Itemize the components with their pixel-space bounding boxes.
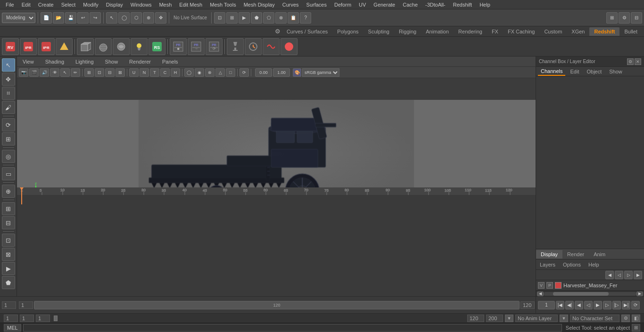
scroll-left-btn[interactable]: ◀ — [537, 292, 544, 296]
transform-btn[interactable]: ⊕ — [143, 12, 154, 24]
shelf-tab-custom[interactable]: Custom — [539, 27, 567, 36]
move-tool[interactable]: ✥ — [2, 73, 15, 86]
menu-file[interactable]: File — [2, 1, 18, 8]
vp-field1[interactable]: 0.00 — [255, 68, 272, 77]
log-btn[interactable]: 📋 — [288, 12, 299, 24]
vp-select-btn[interactable]: ↖ — [60, 68, 70, 77]
vp-crease-btn[interactable]: C — [160, 68, 170, 77]
shelf-icon-anim[interactable] — [245, 38, 262, 55]
panel-layout-btn[interactable]: ⊞ — [606, 12, 618, 24]
shelf-icon-pr3[interactable]: PR⟳ — [206, 38, 223, 55]
menu-3dtall[interactable]: -3DtoAll- — [421, 1, 449, 8]
vp-triangle-btn[interactable]: △ — [215, 68, 225, 77]
vp-circle2-btn[interactable]: ◉ — [195, 68, 204, 77]
render-btn[interactable]: ▶ — [239, 12, 250, 24]
tab-show[interactable]: Show — [606, 68, 625, 75]
vp-circle3-btn[interactable]: ⊗ — [205, 68, 215, 77]
status-field2[interactable]: 1 — [20, 315, 34, 322]
next-frame-btn[interactable]: ▷ — [603, 301, 611, 309]
script-options-btn[interactable]: ⊞ — [632, 324, 640, 332]
char-set-dropdown-arrow[interactable]: ▼ — [560, 315, 568, 322]
play-fwd-btn[interactable]: ▶ — [594, 301, 602, 309]
menu-uv[interactable]: UV — [355, 1, 370, 8]
shelf-tab-curves-surfaces[interactable]: Curves / Surfaces — [282, 27, 332, 36]
paint-tool[interactable]: 🖌 — [2, 101, 15, 114]
menu-mesh-tools[interactable]: Mesh Tools — [206, 1, 239, 8]
play-back-btn[interactable]: ◁ — [584, 301, 593, 309]
anim-layer-dropdown-arrow[interactable]: ▼ — [505, 315, 513, 322]
shelf-icon-sphere[interactable] — [95, 38, 112, 55]
scroll-thumb[interactable] — [553, 292, 609, 296]
layer-tab-anim[interactable]: Anim — [589, 250, 610, 259]
range-end-field[interactable]: 120 — [467, 315, 484, 322]
open-scene-btn[interactable]: 📂 — [53, 12, 64, 24]
prev-key-btn[interactable]: ◀| — [565, 301, 574, 309]
vp-uv-btn[interactable]: U — [129, 68, 139, 77]
vp-colorspace-icon[interactable]: 🎨 — [293, 68, 301, 77]
shelf-icon-rs1[interactable]: RV — [2, 38, 19, 55]
menu-cache[interactable]: Cache — [399, 1, 421, 8]
play-end-btn[interactable]: ▶| — [622, 301, 630, 309]
prev-frame-btn[interactable]: ◀ — [575, 301, 583, 309]
view-menu[interactable]: View — [21, 58, 36, 65]
menu-windows[interactable]: Windows — [127, 1, 156, 8]
prefs-btn[interactable]: ⚙ — [621, 315, 630, 322]
menu-create[interactable]: Create — [34, 1, 58, 8]
range-end[interactable]: 120 — [520, 301, 535, 309]
status-field3[interactable]: 1 — [36, 315, 50, 322]
vp-show-btn[interactable]: 👁 — [50, 68, 59, 77]
select-tool[interactable]: ↖ — [2, 58, 15, 72]
camera2-btn[interactable]: ⊞ — [226, 12, 238, 24]
range-slider-thumb[interactable] — [54, 316, 58, 321]
shelf-tab-bullet[interactable]: Bullet — [619, 27, 642, 36]
timeline-range-slider[interactable]: 120 — [34, 301, 520, 309]
view-tool1[interactable]: ⊡ — [2, 234, 15, 247]
vp-audio-btn[interactable]: 🔊 — [40, 68, 49, 77]
render4-btn[interactable]: ⊗ — [275, 12, 287, 24]
shelf-icon-pr1[interactable]: PR⏺ — [170, 38, 187, 55]
panel-close-btn[interactable]: ✕ — [635, 58, 641, 65]
view-tool2[interactable]: ⊠ — [2, 248, 15, 261]
camera1-btn[interactable]: ⊡ — [214, 12, 225, 24]
colorspace-select[interactable]: sRGB gamma — [302, 68, 339, 77]
tab-channels[interactable]: Channels — [538, 67, 565, 76]
shelf-icon-rs4[interactable] — [56, 38, 73, 55]
lasso-tool-btn[interactable]: ◯ — [118, 12, 130, 24]
panels-menu[interactable]: Panels — [160, 58, 180, 65]
range-start[interactable]: 1 — [19, 301, 33, 309]
scale-tool[interactable]: ⊞ — [2, 132, 15, 146]
loop-btn[interactable]: ⟳ — [631, 301, 640, 309]
layer-visible-btn[interactable]: V — [538, 282, 545, 289]
soft-select-tool[interactable]: ◎ — [2, 150, 15, 163]
anim-layer-field[interactable]: No Anim Layer — [515, 315, 558, 322]
shelf-icon-goblet[interactable] — [227, 38, 244, 55]
vp-film-btn[interactable]: 🎬 — [29, 68, 39, 77]
menu-curves[interactable]: Curves — [279, 1, 303, 8]
shading-menu[interactable]: Shading — [43, 58, 66, 65]
ungroup-tool[interactable]: ⊟ — [2, 216, 15, 229]
vp-paint-btn[interactable]: ✏ — [71, 68, 80, 77]
layers-menu[interactable]: Layers — [538, 261, 557, 268]
options-menu[interactable]: Options — [561, 261, 583, 268]
layer-row-harvester[interactable]: V P Harvester_Massey_Fer — [536, 280, 644, 291]
menu-deform[interactable]: Deform — [330, 1, 355, 8]
menu-help[interactable]: Help — [476, 1, 494, 8]
rotate-tool[interactable]: ⟳ — [2, 118, 15, 131]
shelf-icon-pr2[interactable]: PR→ — [188, 38, 205, 55]
play-start-btn[interactable]: |◀ — [556, 301, 564, 309]
menu-redshift[interactable]: Redshift — [449, 1, 476, 8]
panel-settings-btn[interactable]: ⚙ — [619, 12, 630, 24]
anim-current-frame[interactable]: 1 — [538, 301, 555, 309]
group-tool[interactable]: ⊞ — [2, 202, 15, 215]
shelf-tab-animation[interactable]: Animation — [421, 27, 454, 36]
shelf-icon-squiggle[interactable] — [263, 38, 280, 55]
shelf-icon-cube[interactable] — [77, 38, 94, 55]
vp-tangent-btn[interactable]: T — [150, 68, 159, 77]
menu-mesh[interactable]: Mesh — [155, 1, 175, 8]
save-scene-btn[interactable]: 💾 — [65, 12, 76, 24]
shelf-tab-rigging[interactable]: Rigging — [394, 27, 421, 36]
shelf-icon-light[interactable] — [131, 38, 148, 55]
shelf-tab-polygons[interactable]: Polygons — [332, 27, 363, 36]
menu-mesh-display[interactable]: Mesh Display — [240, 1, 279, 8]
layer-color-swatch[interactable] — [555, 282, 561, 289]
